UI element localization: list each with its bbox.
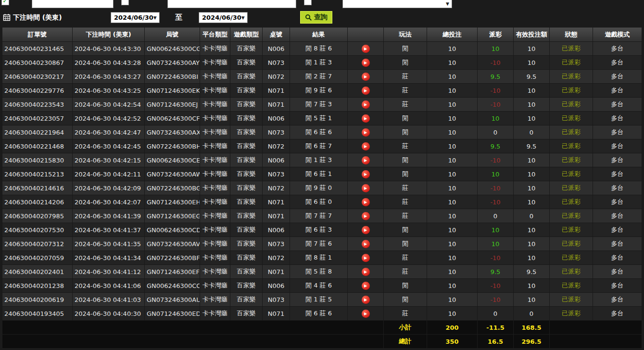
column-header: 遊戲類型 bbox=[230, 27, 263, 42]
replay-icon[interactable]: ▶ bbox=[362, 254, 370, 262]
round-id: GN071246300ED bbox=[145, 307, 200, 321]
bet-time: 2024-06-30 04:42:15 bbox=[73, 153, 145, 167]
date-to-dropdown[interactable]: 2024/06/30 ▼ bbox=[199, 12, 248, 23]
payout: 9.5 bbox=[478, 265, 514, 279]
game-mode: 多台 bbox=[593, 237, 642, 251]
play-type: 莊 bbox=[384, 70, 427, 84]
payout: 10 bbox=[478, 237, 514, 251]
game-type: 百家樂 bbox=[230, 279, 263, 293]
filter-checkbox-2[interactable] bbox=[121, 0, 129, 5]
valid-bet: 10 bbox=[514, 251, 550, 265]
status: 已派彩 bbox=[550, 237, 593, 251]
replay-icon[interactable]: ▶ bbox=[362, 170, 370, 178]
payout: -10 bbox=[478, 195, 514, 209]
table-row: 2406300402012382024-06-30 04:41:06GN0062… bbox=[2, 279, 642, 293]
play-type: 莊 bbox=[384, 209, 427, 223]
filter-select[interactable]: ▼ bbox=[342, 0, 452, 8]
table-no: N006 bbox=[263, 42, 290, 56]
result: 閒 7 莊 3 bbox=[290, 98, 348, 112]
date-from-dropdown[interactable]: 2024/06/30 ▼ bbox=[111, 12, 160, 23]
game-mode: 多台 bbox=[593, 56, 642, 70]
platform-type: 卡卡灣廳 bbox=[200, 209, 230, 223]
result: 閒 1 莊 3 bbox=[290, 56, 348, 70]
round-id: GN073246300AY bbox=[145, 56, 200, 70]
filter-checkbox-3[interactable] bbox=[304, 0, 312, 5]
play-type: 莊 bbox=[384, 307, 427, 321]
bet-time: 2024-06-30 04:42:47 bbox=[73, 125, 145, 139]
replay-icon[interactable]: ▶ bbox=[362, 142, 370, 150]
status: 已派彩 bbox=[550, 42, 593, 56]
replay-icon[interactable]: ▶ bbox=[362, 87, 370, 95]
replay-icon[interactable]: ▶ bbox=[362, 296, 370, 304]
valid-bet: 0 bbox=[514, 209, 550, 223]
bet-records-table: 訂單號下注時間 (美東)局號平台類型遊戲類型桌號結果玩法總投注派彩有效投注額狀態… bbox=[2, 27, 642, 349]
total-bet: 10 bbox=[427, 237, 478, 251]
calendar-icon bbox=[3, 13, 11, 23]
valid-bet: 10 bbox=[514, 56, 550, 70]
play-type: 莊 bbox=[384, 139, 427, 153]
bet-time: 2024-06-30 04:42:45 bbox=[73, 139, 145, 153]
filter-input-1[interactable] bbox=[32, 0, 114, 8]
bet-time: 2024-06-30 04:42:07 bbox=[73, 195, 145, 209]
replay-icon[interactable]: ▶ bbox=[362, 114, 370, 123]
platform-type: 卡卡灣廳 bbox=[200, 265, 230, 279]
replay-icon[interactable]: ▶ bbox=[362, 310, 370, 318]
status: 已派彩 bbox=[550, 98, 593, 112]
order-id: 240630040230867 bbox=[2, 56, 73, 70]
replay-icon[interactable]: ▶ bbox=[362, 156, 370, 164]
replay-icon[interactable]: ▶ bbox=[362, 240, 370, 248]
game-type: 百家樂 bbox=[230, 195, 263, 209]
replay-icon[interactable]: ▶ bbox=[362, 184, 370, 192]
filter-input-2[interactable] bbox=[167, 0, 296, 8]
replay-icon[interactable]: ▶ bbox=[362, 226, 370, 234]
valid-bet: 10 bbox=[514, 293, 550, 307]
footer-spacer bbox=[2, 321, 384, 335]
replay-icon[interactable]: ▶ bbox=[362, 268, 370, 276]
replay-icon[interactable]: ▶ bbox=[362, 100, 370, 109]
filter-checkbox-1[interactable] bbox=[1, 0, 9, 5]
replay-icon[interactable]: ▶ bbox=[362, 73, 370, 81]
search-button[interactable]: 查詢 bbox=[300, 11, 332, 24]
total-bet: 10 bbox=[427, 181, 478, 195]
table-no: N071 bbox=[263, 265, 290, 279]
order-id: 240630040231465 bbox=[2, 42, 73, 56]
column-header: 桌號 bbox=[263, 27, 290, 42]
game-type: 百家樂 bbox=[230, 84, 263, 98]
platform-type: 卡卡灣廳 bbox=[200, 237, 230, 251]
replay-icon[interactable]: ▶ bbox=[362, 198, 370, 206]
total-bet: 10 bbox=[427, 209, 478, 223]
column-header: 狀態 bbox=[550, 27, 593, 42]
bet-time: 2024-06-30 04:42:54 bbox=[73, 98, 145, 112]
game-mode: 多台 bbox=[593, 195, 642, 209]
replay-icon[interactable]: ▶ bbox=[362, 59, 370, 67]
play-type: 閒 bbox=[384, 293, 427, 307]
valid-bet: 10 bbox=[514, 84, 550, 98]
replay-icon[interactable]: ▶ bbox=[362, 45, 370, 53]
order-id: 240630040207312 bbox=[2, 237, 73, 251]
replay-icon[interactable]: ▶ bbox=[362, 212, 370, 220]
search-button-label: 查詢 bbox=[314, 13, 328, 22]
play-type: 閒 bbox=[384, 237, 427, 251]
status: 已派彩 bbox=[550, 153, 593, 167]
game-type: 百家樂 bbox=[230, 56, 263, 70]
subtotal-row-valid-bet: 168.5 bbox=[514, 321, 550, 335]
replay-cell: ▶ bbox=[348, 56, 384, 70]
order-id: 240630040221468 bbox=[2, 139, 73, 153]
column-header: 結果 bbox=[290, 27, 348, 42]
payout: 10 bbox=[478, 223, 514, 237]
round-id: GN071246300EK bbox=[145, 84, 200, 98]
result: 閒 8 莊 6 bbox=[290, 42, 348, 56]
table-no: N073 bbox=[263, 125, 290, 139]
replay-cell: ▶ bbox=[348, 139, 384, 153]
total-bet: 10 bbox=[427, 265, 478, 279]
subtotal-row: 小計200-11.5168.5 bbox=[2, 321, 642, 335]
play-type: 閒 bbox=[384, 153, 427, 167]
table-no: N006 bbox=[263, 153, 290, 167]
round-id: GN072246300BF bbox=[145, 251, 200, 265]
game-mode: 多台 bbox=[593, 279, 642, 293]
total-row-payout: 16.5 bbox=[478, 335, 514, 349]
replay-icon[interactable]: ▶ bbox=[362, 282, 370, 290]
replay-cell: ▶ bbox=[348, 167, 384, 181]
replay-icon[interactable]: ▶ bbox=[362, 128, 370, 137]
total-row-total-bet: 350 bbox=[427, 335, 478, 349]
